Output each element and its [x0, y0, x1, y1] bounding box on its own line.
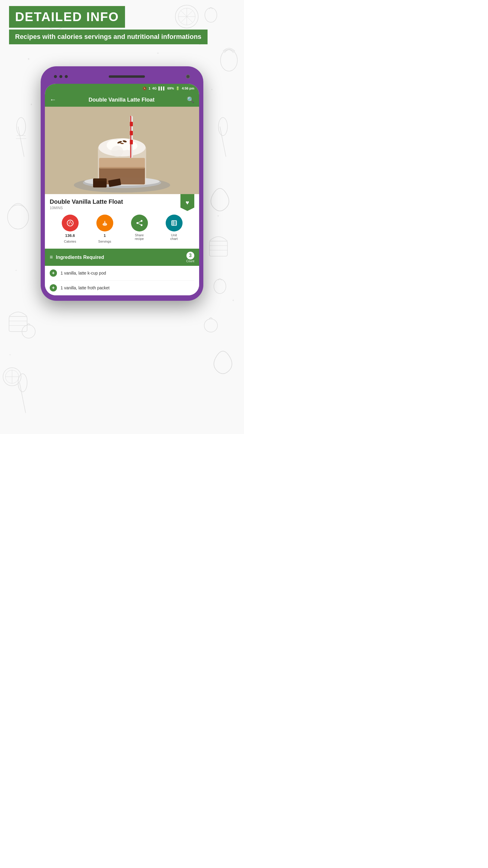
- camera-dot-2: [59, 75, 62, 78]
- battery-icon: 🔋: [175, 87, 180, 90]
- svg-text:✦: ✦: [217, 214, 219, 218]
- svg-point-28: [204, 319, 218, 332]
- recipe-info: Double Vanilla Latte Float 10MINS ♥: [45, 194, 199, 247]
- svg-line-78: [137, 223, 141, 225]
- svg-rect-53: [99, 158, 145, 168]
- svg-text:✦: ✦: [232, 299, 234, 302]
- count-label: Count: [186, 259, 194, 263]
- calories-circle: [62, 215, 78, 231]
- svg-point-35: [214, 279, 226, 293]
- servings-button[interactable]: 1 Servings: [96, 215, 113, 243]
- svg-point-20: [218, 118, 227, 135]
- svg-text:✦: ✦: [30, 103, 33, 106]
- phone-camera-bar: [45, 72, 199, 82]
- svg-rect-63: [130, 122, 133, 126]
- svg-rect-64: [130, 131, 133, 135]
- servings-value: 1: [104, 233, 106, 238]
- svg-text:✦: ✦: [9, 353, 11, 356]
- svg-point-31: [7, 205, 29, 229]
- unit-label: Unitchart: [170, 233, 177, 241]
- signal-bars: ▌▌▌: [158, 87, 165, 90]
- svg-line-19: [220, 127, 226, 157]
- header-section: DETAILED INFO Recipes with calories serv…: [0, 0, 244, 44]
- recipe-title: Double Vanilla Latte Float: [50, 198, 123, 205]
- svg-text:✦: ✦: [15, 269, 17, 272]
- action-buttons-row: 136.6 Calories 1 Servin: [50, 215, 194, 243]
- svg-text:✦: ✦: [211, 88, 213, 91]
- count-wrapper: 3 Count: [186, 252, 194, 263]
- app-toolbar: ← Double Vanilla Latte Float 🔍: [45, 93, 199, 107]
- share-recipe-button[interactable]: Sharerecipe: [131, 215, 148, 243]
- svg-point-72: [103, 224, 107, 226]
- calories-value: 136.6: [65, 233, 75, 238]
- calories-button[interactable]: 136.6 Calories: [62, 215, 78, 243]
- recipe-title-row: Double Vanilla Latte Float 10MINS ♥: [50, 198, 194, 211]
- svg-point-30: [18, 374, 27, 392]
- svg-rect-65: [130, 140, 133, 144]
- recipe-image: [45, 107, 199, 194]
- svg-text:✦: ✦: [157, 52, 159, 55]
- status-bar: 🔕 1 4G ▌▌▌ 69% 🔋 4:56 pm: [45, 84, 199, 93]
- battery-percent: 69%: [167, 87, 174, 90]
- share-label: Sharerecipe: [135, 233, 144, 241]
- search-icon[interactable]: 🔍: [187, 96, 194, 103]
- banner-main-text: DETAILED INFO: [15, 10, 119, 24]
- banner-detailed: DETAILED INFO: [9, 6, 125, 28]
- svg-point-70: [111, 146, 123, 157]
- add-icon-1[interactable]: +: [50, 270, 57, 277]
- ingredients-section: ≡ Ingredients Required 3 Count + 1 vanil…: [45, 249, 199, 296]
- ingredient-text-2: 1 vanilla, latte froth packet: [61, 285, 110, 290]
- ingredient-item-2: + 1 vanilla, latte froth packet: [50, 281, 194, 296]
- camera-dot-1: [54, 75, 57, 78]
- unit-circle: [166, 215, 183, 231]
- svg-point-16: [17, 118, 26, 135]
- ingredients-title: Ingredients Required: [56, 255, 104, 260]
- clock: 4:56 pm: [182, 87, 194, 90]
- svg-point-21: [221, 50, 237, 71]
- phone-device: 🔕 1 4G ▌▌▌ 69% 🔋 4:56 pm ← Double Vanill…: [41, 66, 203, 301]
- unit-chart-button[interactable]: Unitchart: [166, 215, 183, 243]
- phone-body: 🔕 1 4G ▌▌▌ 69% 🔋 4:56 pm ← Double Vanill…: [41, 66, 203, 301]
- network-type: 4G: [152, 87, 157, 90]
- svg-line-15: [18, 127, 24, 157]
- recipe-title-block: Double Vanilla Latte Float 10MINS: [50, 198, 123, 210]
- sim-indicator: 1: [149, 87, 150, 90]
- ingredient-list: + 1 vanilla, latte k-cup pod + 1 vanilla…: [45, 266, 199, 296]
- ingredient-text-1: 1 vanilla, latte k-cup pod: [61, 271, 106, 276]
- share-circle: [131, 215, 148, 231]
- calories-label: Calories: [64, 240, 76, 243]
- toolbar-title: Double Vanilla Latte Float: [60, 97, 183, 103]
- svg-rect-32: [209, 241, 227, 256]
- count-number: 3: [187, 252, 194, 259]
- servings-label: Servings: [98, 240, 111, 243]
- banner-subtitle: Recipes with calories servings and nutri…: [9, 30, 207, 44]
- ingredients-header: ≡ Ingredients Required 3 Count: [45, 249, 199, 266]
- servings-circle: [96, 215, 113, 231]
- speaker-bar: [109, 75, 145, 78]
- recipe-time: 10MINS: [50, 206, 123, 210]
- mute-icon: 🔕: [142, 87, 147, 90]
- svg-text:✦: ✦: [27, 57, 30, 61]
- ingredient-item-1: + 1 vanilla, latte k-cup pod: [50, 266, 194, 281]
- svg-line-77: [137, 221, 141, 223]
- svg-rect-67: [95, 179, 107, 181]
- camera-front: [186, 74, 190, 79]
- ingredients-left: ≡ Ingredients Required: [50, 254, 104, 260]
- list-icon: ≡: [50, 254, 53, 260]
- svg-line-29: [20, 383, 26, 413]
- banner-sub-text: Recipes with calories servings and nutri…: [15, 33, 201, 40]
- camera-dot-3: [65, 75, 68, 78]
- add-icon-2[interactable]: +: [50, 284, 57, 291]
- heart-icon: ♥: [186, 199, 189, 206]
- back-button[interactable]: ←: [50, 96, 56, 104]
- favorite-button[interactable]: ♥: [181, 194, 194, 211]
- camera-left: [54, 75, 68, 78]
- phone-screen: 🔕 1 4G ▌▌▌ 69% 🔋 4:56 pm ← Double Vanill…: [45, 84, 199, 296]
- svg-rect-36: [9, 316, 27, 332]
